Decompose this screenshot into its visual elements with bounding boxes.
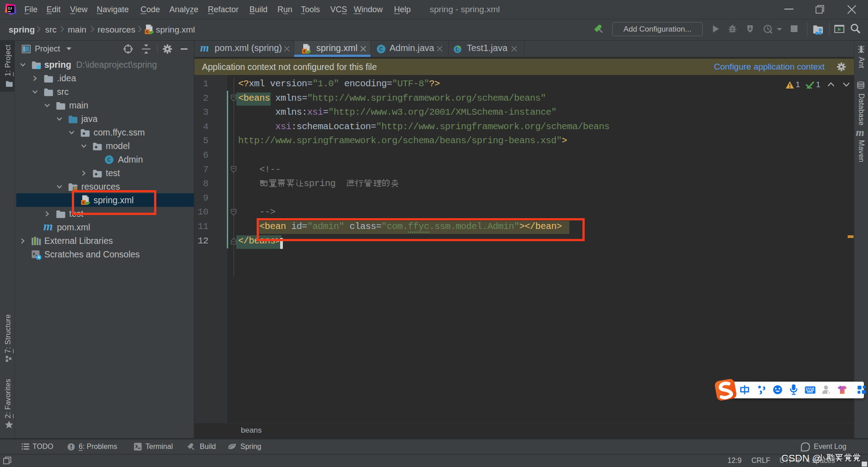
svg-text:IJ: IJ [8,7,12,10]
svg-text:C: C [379,46,383,53]
svg-text:7: 7 [828,391,830,395]
svg-text:C: C [455,47,459,53]
svg-text:C: C [107,157,111,163]
